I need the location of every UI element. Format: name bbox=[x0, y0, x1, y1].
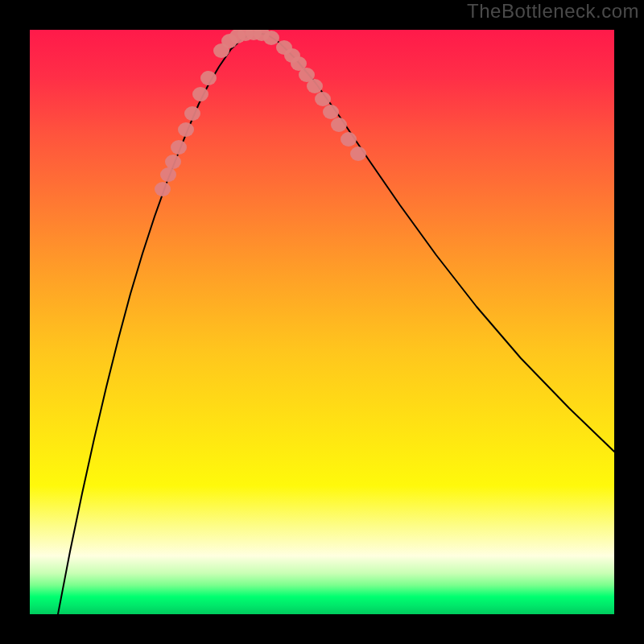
bead-right-8 bbox=[341, 132, 357, 147]
bead-bottom-6 bbox=[263, 31, 279, 45]
bead-left-7 bbox=[200, 71, 217, 85]
bead-right-7 bbox=[331, 118, 347, 132]
bead-left-2 bbox=[165, 155, 181, 169]
bead-left-4 bbox=[178, 122, 194, 137]
curve-beads bbox=[155, 30, 366, 196]
watermark-text: TheBottleneck.com bbox=[467, 0, 639, 23]
plot-area bbox=[30, 30, 614, 614]
bead-right-5 bbox=[315, 92, 331, 106]
curve-layer bbox=[30, 30, 614, 614]
bead-left-0 bbox=[155, 182, 171, 196]
bead-right-9 bbox=[350, 147, 366, 161]
bead-left-6 bbox=[192, 87, 208, 101]
bead-left-1 bbox=[160, 167, 176, 182]
bead-left-5 bbox=[184, 106, 200, 121]
bead-right-4 bbox=[307, 79, 323, 93]
bead-left-3 bbox=[171, 140, 187, 155]
bead-right-6 bbox=[323, 105, 339, 119]
chart-stage: TheBottleneck.com bbox=[0, 0, 644, 644]
